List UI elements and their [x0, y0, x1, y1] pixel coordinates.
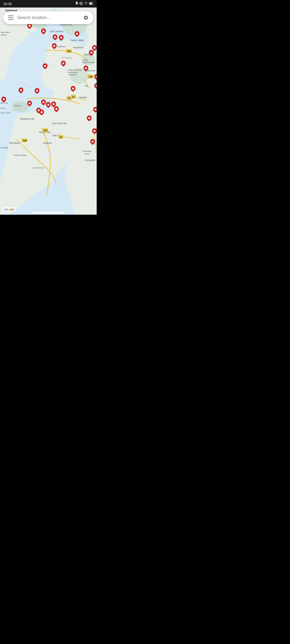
svg-point-69 [43, 30, 45, 32]
svg-point-89 [56, 108, 57, 110]
svg-text:Ecological: Ecological [68, 71, 78, 74]
svg-text:92: 92 [68, 97, 71, 100]
svg-point-86 [43, 101, 45, 103]
svg-point-72 [76, 33, 78, 35]
svg-point-76 [44, 65, 46, 67]
svg-text:mont: mont [1, 107, 5, 109]
svg-text:Bair Isl...: Bair Isl... [15, 104, 23, 107]
svg-point-87 [48, 104, 49, 106]
svg-text:San Leandro: San Leandro [50, 30, 64, 33]
svg-text:Reserve: Reserve [69, 74, 77, 76]
svg-text:Sunnyvale: Sunnyvale [85, 159, 95, 162]
svg-point-84 [3, 98, 5, 100]
svg-text:Woodside: Woodside [9, 142, 20, 144]
search-bar [3, 11, 93, 24]
svg-text:82: 82 [60, 136, 62, 138]
svg-point-75 [90, 52, 92, 54]
svg-point-78 [85, 67, 87, 69]
svg-point-70 [54, 36, 56, 38]
status-icons [75, 2, 93, 6]
svg-text:238: 238 [89, 75, 93, 78]
battery-icon [89, 2, 93, 6]
map-container[interactable]: Oakland Bay Farm Island Oakland Zoo Anth… [0, 8, 97, 215]
svg-text:Stanford: Stanford [43, 142, 52, 144]
svg-text:Castro Valley: Castro Valley [70, 39, 84, 42]
location-icon [75, 2, 78, 6]
google-logo: Google [3, 207, 16, 211]
menu-button[interactable] [6, 13, 15, 22]
search-input[interactable] [15, 15, 82, 20]
svg-text:View: View [85, 153, 89, 155]
svg-text:MT. EDEN: MT. EDEN [62, 57, 72, 59]
home-indicator[interactable] [32, 212, 64, 213]
svg-text:Garin: Garin [83, 59, 88, 61]
status-time: 19:35 [3, 2, 12, 6]
svg-point-74 [94, 47, 96, 49]
svg-point-96 [88, 117, 90, 119]
svg-text:580: 580 [67, 50, 71, 53]
svg-text:San Carlos: San Carlos [1, 112, 10, 114]
svg-point-90 [41, 111, 43, 113]
screen: 19:35 [0, 0, 97, 215]
menu-line-2 [8, 17, 13, 18]
dnd-icon [79, 2, 83, 6]
svg-text:Newark: Newark [79, 96, 87, 99]
wifi-icon [84, 2, 88, 6]
svg-point-82 [72, 88, 74, 90]
svg-point-81 [36, 90, 38, 92]
map-svg: Oakland Bay Farm Island Oakland Zoo Anth… [0, 8, 97, 215]
svg-point-71 [60, 37, 62, 39]
svg-text:Portola Valley: Portola Valley [13, 154, 27, 156]
svg-text:Hayward: Hayward [73, 46, 83, 49]
svg-point-102 [92, 141, 94, 143]
svg-text:Island: Island [1, 34, 6, 36]
svg-point-68 [29, 25, 31, 27]
svg-text:Fre...: Fre... [85, 85, 90, 87]
svg-point-80 [20, 89, 22, 91]
svg-point-101 [95, 109, 97, 111]
svg-text:Los Trancos: Los Trancos [32, 167, 44, 169]
svg-text:101: 101 [44, 129, 48, 132]
svg-point-88 [53, 103, 55, 105]
svg-point-85 [29, 103, 31, 104]
menu-line-1 [8, 16, 13, 16]
svg-text:280: 280 [23, 139, 27, 142]
svg-text:34: 34 [72, 96, 75, 98]
svg-text:Redwood City: Redwood City [20, 118, 35, 120]
svg-text:Mountain: Mountain [83, 150, 92, 152]
svg-text:Regional Park: Regional Park [82, 61, 95, 64]
svg-point-73 [53, 45, 55, 47]
svg-text:Bay Farm: Bay Farm [1, 31, 10, 34]
svg-text:Eden Landing: Eden Landing [68, 69, 82, 71]
status-bar: 19:35 [0, 0, 97, 8]
menu-line-3 [8, 19, 13, 20]
svg-point-77 [63, 63, 64, 64]
svg-text:East Palo Alto: East Palo Alto [52, 122, 67, 125]
svg-rect-3 [90, 3, 92, 4]
settings-button[interactable] [82, 13, 90, 22]
svg-point-14 [12, 101, 28, 112]
svg-text:rald Hills: rald Hills [1, 147, 8, 149]
svg-point-100 [94, 130, 96, 132]
svg-point-91 [38, 109, 40, 111]
